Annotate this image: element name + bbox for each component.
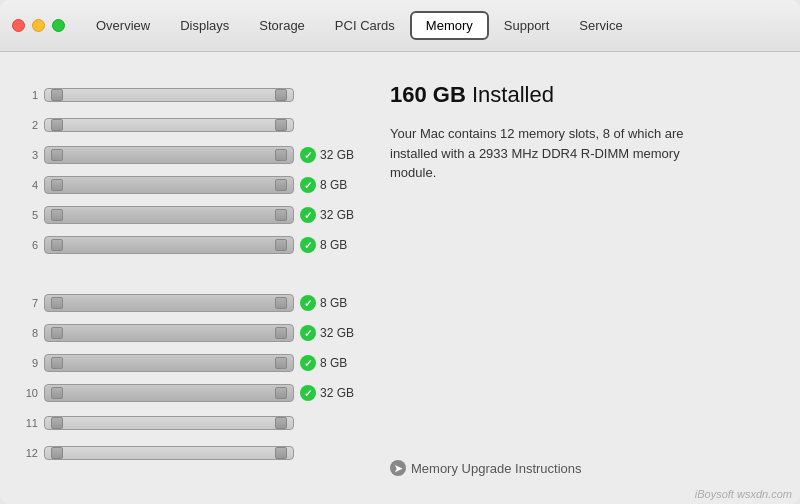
slot-notch-left-11 [51, 417, 63, 429]
slot-notch-right-10 [275, 387, 287, 399]
slot-number-12: 12 [20, 447, 38, 459]
slot-notch-right-6 [275, 239, 287, 251]
status-icon-4: ✓ [300, 177, 316, 193]
slot-status-8: ✓ 32 GB [300, 325, 360, 341]
installed-suffix: Installed [466, 82, 554, 107]
slot-separator [20, 268, 360, 280]
slot-notch-right-3 [275, 149, 287, 161]
maximize-button[interactable] [52, 19, 65, 32]
slot-notch-left-6 [51, 239, 63, 251]
slot-row-5: 5 ✓ 32 GB [20, 202, 360, 228]
slot-size-10: 32 GB [320, 386, 354, 400]
slot-bar-container-2 [44, 118, 294, 132]
tab-storage[interactable]: Storage [244, 12, 320, 39]
slot-row-4: 4 ✓ 8 GB [20, 172, 360, 198]
main-window: Overview Displays Storage PCI Cards Memo… [0, 0, 800, 504]
slot-bar-container-12 [44, 446, 294, 460]
slot-group-1: 1 2 [20, 72, 360, 268]
traffic-lights [12, 19, 65, 32]
slot-bar-container-9 [44, 354, 294, 372]
slot-notch-left-1 [51, 89, 63, 101]
slot-number-8: 8 [20, 327, 38, 339]
status-icon-3: ✓ [300, 147, 316, 163]
slot-bar-10 [44, 384, 294, 402]
slot-status-4: ✓ 8 GB [300, 177, 360, 193]
slot-notch-left-10 [51, 387, 63, 399]
slot-notch-left-2 [51, 119, 63, 131]
slot-size-8: 32 GB [320, 326, 354, 340]
slot-bar-1 [44, 88, 294, 102]
slot-bar-container-1 [44, 88, 294, 102]
status-icon-8: ✓ [300, 325, 316, 341]
slot-bar-container-11 [44, 416, 294, 430]
slot-size-7: 8 GB [320, 296, 347, 310]
slot-notch-right-12 [275, 447, 287, 459]
slot-row-1: 1 [20, 82, 360, 108]
upgrade-link-label: Memory Upgrade Instructions [411, 461, 582, 476]
slot-size-9: 8 GB [320, 356, 347, 370]
slot-size-6: 8 GB [320, 238, 347, 252]
slot-notch-right-2 [275, 119, 287, 131]
upgrade-link[interactable]: ➤ Memory Upgrade Instructions [390, 460, 780, 476]
slot-number-11: 11 [20, 417, 38, 429]
slot-row-2: 2 [20, 112, 360, 138]
status-icon-9: ✓ [300, 355, 316, 371]
slot-bar-container-3 [44, 146, 294, 164]
memory-description: Your Mac contains 12 memory slots, 8 of … [390, 124, 710, 183]
title-bar: Overview Displays Storage PCI Cards Memo… [0, 0, 800, 52]
slot-row-10: 10 ✓ 32 GB [20, 380, 360, 406]
slot-number-10: 10 [20, 387, 38, 399]
slot-status-7: ✓ 8 GB [300, 295, 360, 311]
slot-notch-left-4 [51, 179, 63, 191]
slot-notch-right-1 [275, 89, 287, 101]
slot-row-8: 8 ✓ 32 GB [20, 320, 360, 346]
slot-notch-left-5 [51, 209, 63, 221]
slot-number-3: 3 [20, 149, 38, 161]
tab-pci-cards[interactable]: PCI Cards [320, 12, 410, 39]
tab-overview[interactable]: Overview [81, 12, 165, 39]
tab-support[interactable]: Support [489, 12, 565, 39]
slot-number-7: 7 [20, 297, 38, 309]
slot-bar-8 [44, 324, 294, 342]
slot-number-1: 1 [20, 89, 38, 101]
status-icon-10: ✓ [300, 385, 316, 401]
minimize-button[interactable] [32, 19, 45, 32]
slot-bar-9 [44, 354, 294, 372]
slot-bar-container-6 [44, 236, 294, 254]
slot-status-10: ✓ 32 GB [300, 385, 360, 401]
slot-number-4: 4 [20, 179, 38, 191]
info-top: 160 GB Installed Your Mac contains 12 me… [390, 82, 780, 183]
slot-bar-4 [44, 176, 294, 194]
slot-notch-right-11 [275, 417, 287, 429]
slot-number-2: 2 [20, 119, 38, 131]
tab-bar: Overview Displays Storage PCI Cards Memo… [81, 11, 638, 40]
slot-notch-right-8 [275, 327, 287, 339]
slot-notch-left-8 [51, 327, 63, 339]
status-icon-5: ✓ [300, 207, 316, 223]
tab-displays[interactable]: Displays [165, 12, 244, 39]
slot-row-3: 3 ✓ 32 GB [20, 142, 360, 168]
slot-number-9: 9 [20, 357, 38, 369]
slot-bar-5 [44, 206, 294, 224]
status-icon-7: ✓ [300, 295, 316, 311]
slot-notch-right-4 [275, 179, 287, 191]
tab-memory[interactable]: Memory [410, 11, 489, 40]
slot-status-5: ✓ 32 GB [300, 207, 360, 223]
tab-service[interactable]: Service [564, 12, 637, 39]
status-icon-6: ✓ [300, 237, 316, 253]
slot-bar-2 [44, 118, 294, 132]
slot-row-9: 9 ✓ 8 GB [20, 350, 360, 376]
slot-size-5: 32 GB [320, 208, 354, 222]
slot-bar-container-4 [44, 176, 294, 194]
slot-group-2: 7 ✓ 8 GB 8 [20, 280, 360, 476]
slot-bar-12 [44, 446, 294, 460]
close-button[interactable] [12, 19, 25, 32]
slot-notch-right-5 [275, 209, 287, 221]
slot-status-9: ✓ 8 GB [300, 355, 360, 371]
slot-size-3: 32 GB [320, 148, 354, 162]
slot-row-11: 11 [20, 410, 360, 436]
slot-row-6: 6 ✓ 8 GB [20, 232, 360, 258]
slot-notch-left-12 [51, 447, 63, 459]
slot-row-12: 12 [20, 440, 360, 466]
watermark: iBoysoft wsxdn.com [695, 488, 792, 500]
